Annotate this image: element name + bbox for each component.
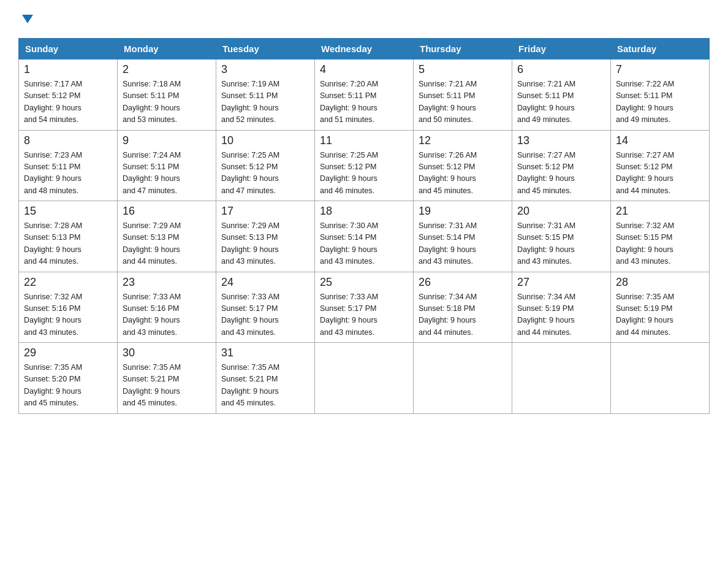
day-number: 4 bbox=[320, 63, 408, 76]
day-info: Sunrise: 7:34 AMSunset: 5:18 PMDaylight:… bbox=[419, 293, 477, 337]
day-info: Sunrise: 7:32 AMSunset: 5:15 PMDaylight:… bbox=[616, 221, 674, 266]
calendar-cell: 20 Sunrise: 7:31 AMSunset: 5:15 PMDaylig… bbox=[512, 201, 611, 272]
day-info: Sunrise: 7:33 AMSunset: 5:17 PMDaylight:… bbox=[221, 293, 279, 337]
day-info: Sunrise: 7:35 AMSunset: 5:20 PMDaylight:… bbox=[24, 363, 82, 407]
column-header-monday: Monday bbox=[118, 39, 216, 59]
day-number: 25 bbox=[320, 276, 408, 289]
day-info: Sunrise: 7:27 AMSunset: 5:12 PMDaylight:… bbox=[616, 151, 674, 195]
calendar-cell: 8 Sunrise: 7:23 AMSunset: 5:11 PMDayligh… bbox=[19, 130, 118, 201]
day-number: 26 bbox=[419, 276, 507, 289]
calendar-cell: 21 Sunrise: 7:32 AMSunset: 5:15 PMDaylig… bbox=[611, 201, 710, 272]
day-info: Sunrise: 7:18 AMSunset: 5:11 PMDaylight:… bbox=[123, 80, 181, 124]
calendar-cell: 15 Sunrise: 7:28 AMSunset: 5:13 PMDaylig… bbox=[19, 201, 118, 272]
calendar-cell: 30 Sunrise: 7:35 AMSunset: 5:21 PMDaylig… bbox=[118, 343, 216, 414]
day-number: 24 bbox=[221, 276, 309, 289]
day-info: Sunrise: 7:28 AMSunset: 5:13 PMDaylight:… bbox=[24, 221, 82, 266]
day-info: Sunrise: 7:23 AMSunset: 5:11 PMDaylight:… bbox=[24, 151, 82, 195]
calendar-cell: 14 Sunrise: 7:27 AMSunset: 5:12 PMDaylig… bbox=[611, 130, 710, 201]
day-number: 1 bbox=[24, 63, 112, 76]
calendar-cell: 22 Sunrise: 7:32 AMSunset: 5:16 PMDaylig… bbox=[19, 272, 118, 343]
calendar-cell: 4 Sunrise: 7:20 AMSunset: 5:11 PMDayligh… bbox=[315, 59, 414, 131]
day-info: Sunrise: 7:20 AMSunset: 5:11 PMDaylight:… bbox=[320, 80, 378, 124]
calendar-cell: 18 Sunrise: 7:30 AMSunset: 5:14 PMDaylig… bbox=[315, 201, 414, 272]
day-number: 14 bbox=[616, 134, 704, 147]
day-number: 29 bbox=[24, 347, 112, 359]
column-header-saturday: Saturday bbox=[611, 39, 710, 59]
calendar-week-row: 29 Sunrise: 7:35 AMSunset: 5:20 PMDaylig… bbox=[19, 343, 710, 414]
day-number: 22 bbox=[24, 276, 112, 289]
logo-arrow-icon bbox=[20, 12, 34, 27]
day-info: Sunrise: 7:19 AMSunset: 5:11 PMDaylight:… bbox=[221, 80, 279, 124]
day-number: 27 bbox=[517, 276, 605, 289]
day-number: 28 bbox=[616, 276, 704, 289]
day-info: Sunrise: 7:31 AMSunset: 5:14 PMDaylight:… bbox=[419, 221, 477, 266]
day-info: Sunrise: 7:34 AMSunset: 5:19 PMDaylight:… bbox=[517, 293, 575, 337]
day-info: Sunrise: 7:35 AMSunset: 5:21 PMDaylight:… bbox=[123, 363, 181, 407]
day-number: 10 bbox=[221, 134, 309, 147]
calendar-cell: 27 Sunrise: 7:34 AMSunset: 5:19 PMDaylig… bbox=[512, 272, 611, 343]
day-number: 23 bbox=[123, 276, 211, 289]
day-number: 21 bbox=[616, 205, 704, 218]
calendar-cell: 26 Sunrise: 7:34 AMSunset: 5:18 PMDaylig… bbox=[414, 272, 512, 343]
calendar-cell bbox=[414, 343, 512, 414]
calendar-cell: 19 Sunrise: 7:31 AMSunset: 5:14 PMDaylig… bbox=[414, 201, 512, 272]
day-info: Sunrise: 7:27 AMSunset: 5:12 PMDaylight:… bbox=[517, 151, 575, 195]
calendar-cell: 13 Sunrise: 7:27 AMSunset: 5:12 PMDaylig… bbox=[512, 130, 611, 201]
calendar-cell: 17 Sunrise: 7:29 AMSunset: 5:13 PMDaylig… bbox=[216, 201, 315, 272]
day-number: 13 bbox=[517, 134, 605, 147]
day-number: 20 bbox=[517, 205, 605, 218]
day-info: Sunrise: 7:17 AMSunset: 5:12 PMDaylight:… bbox=[24, 80, 82, 124]
logo bbox=[18, 12, 34, 27]
day-number: 2 bbox=[123, 63, 211, 76]
day-number: 15 bbox=[24, 205, 112, 218]
day-number: 8 bbox=[24, 134, 112, 147]
calendar-cell: 25 Sunrise: 7:33 AMSunset: 5:17 PMDaylig… bbox=[315, 272, 414, 343]
calendar-week-row: 1 Sunrise: 7:17 AMSunset: 5:12 PMDayligh… bbox=[19, 59, 710, 131]
calendar-cell: 12 Sunrise: 7:26 AMSunset: 5:12 PMDaylig… bbox=[414, 130, 512, 201]
calendar-cell bbox=[315, 343, 414, 414]
day-info: Sunrise: 7:25 AMSunset: 5:12 PMDaylight:… bbox=[320, 151, 378, 195]
calendar-cell: 3 Sunrise: 7:19 AMSunset: 5:11 PMDayligh… bbox=[216, 59, 315, 131]
calendar-cell: 7 Sunrise: 7:22 AMSunset: 5:11 PMDayligh… bbox=[611, 59, 710, 131]
column-header-thursday: Thursday bbox=[414, 39, 512, 59]
day-info: Sunrise: 7:33 AMSunset: 5:16 PMDaylight:… bbox=[123, 293, 181, 337]
day-info: Sunrise: 7:32 AMSunset: 5:16 PMDaylight:… bbox=[24, 293, 82, 337]
page-header bbox=[18, 12, 710, 27]
day-number: 9 bbox=[123, 134, 211, 147]
calendar-cell: 24 Sunrise: 7:33 AMSunset: 5:17 PMDaylig… bbox=[216, 272, 315, 343]
calendar-cell: 16 Sunrise: 7:29 AMSunset: 5:13 PMDaylig… bbox=[118, 201, 216, 272]
day-number: 16 bbox=[123, 205, 211, 218]
day-number: 31 bbox=[221, 347, 309, 359]
calendar-cell: 10 Sunrise: 7:25 AMSunset: 5:12 PMDaylig… bbox=[216, 130, 315, 201]
column-header-wednesday: Wednesday bbox=[315, 39, 414, 59]
calendar-cell: 5 Sunrise: 7:21 AMSunset: 5:11 PMDayligh… bbox=[414, 59, 512, 131]
day-number: 7 bbox=[616, 63, 704, 76]
day-info: Sunrise: 7:24 AMSunset: 5:11 PMDaylight:… bbox=[123, 151, 181, 195]
day-info: Sunrise: 7:25 AMSunset: 5:12 PMDaylight:… bbox=[221, 151, 279, 195]
day-info: Sunrise: 7:29 AMSunset: 5:13 PMDaylight:… bbox=[123, 221, 181, 266]
day-number: 11 bbox=[320, 134, 408, 147]
day-number: 30 bbox=[123, 347, 211, 359]
day-number: 3 bbox=[221, 63, 309, 76]
day-number: 6 bbox=[517, 63, 605, 76]
column-header-tuesday: Tuesday bbox=[216, 39, 315, 59]
calendar-cell: 2 Sunrise: 7:18 AMSunset: 5:11 PMDayligh… bbox=[118, 59, 216, 131]
calendar-week-row: 22 Sunrise: 7:32 AMSunset: 5:16 PMDaylig… bbox=[19, 272, 710, 343]
calendar-cell: 6 Sunrise: 7:21 AMSunset: 5:11 PMDayligh… bbox=[512, 59, 611, 131]
day-info: Sunrise: 7:26 AMSunset: 5:12 PMDaylight:… bbox=[419, 151, 477, 195]
day-number: 18 bbox=[320, 205, 408, 218]
day-info: Sunrise: 7:29 AMSunset: 5:13 PMDaylight:… bbox=[221, 221, 279, 266]
day-info: Sunrise: 7:21 AMSunset: 5:11 PMDaylight:… bbox=[517, 80, 575, 124]
calendar-cell bbox=[611, 343, 710, 414]
day-number: 12 bbox=[419, 134, 507, 147]
day-number: 5 bbox=[419, 63, 507, 76]
calendar-week-row: 15 Sunrise: 7:28 AMSunset: 5:13 PMDaylig… bbox=[19, 201, 710, 272]
calendar-cell: 9 Sunrise: 7:24 AMSunset: 5:11 PMDayligh… bbox=[118, 130, 216, 201]
day-info: Sunrise: 7:21 AMSunset: 5:11 PMDaylight:… bbox=[419, 80, 477, 124]
calendar-cell bbox=[512, 343, 611, 414]
calendar-cell: 1 Sunrise: 7:17 AMSunset: 5:12 PMDayligh… bbox=[19, 59, 118, 131]
svg-marker-0 bbox=[22, 15, 33, 23]
day-info: Sunrise: 7:30 AMSunset: 5:14 PMDaylight:… bbox=[320, 221, 378, 266]
day-number: 17 bbox=[221, 205, 309, 218]
calendar-cell: 29 Sunrise: 7:35 AMSunset: 5:20 PMDaylig… bbox=[19, 343, 118, 414]
